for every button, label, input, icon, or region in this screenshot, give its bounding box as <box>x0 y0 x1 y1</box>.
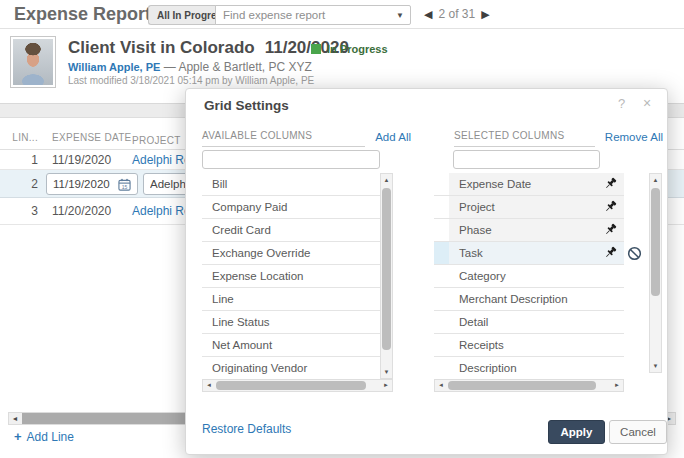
line-number: 3 <box>0 204 38 218</box>
no-drop-cursor-icon <box>627 246 642 265</box>
prev-record-icon[interactable]: ◀ <box>424 8 432 21</box>
selected-list-horizontal-scrollbar[interactable]: ◄ ► <box>434 379 624 392</box>
available-column-item[interactable]: Line <box>202 288 380 311</box>
scroll-up-icon[interactable]: ▲ <box>381 174 392 186</box>
drag-gutter <box>434 173 449 195</box>
avatar <box>10 36 56 88</box>
selected-column-item[interactable]: Detail <box>434 311 624 334</box>
find-expense-report-input[interactable] <box>215 5 411 25</box>
report-title-text: Client Visit in Colorado <box>68 38 255 57</box>
available-columns-header: AVAILABLE COLUMNS Add All <box>202 125 411 147</box>
scroll-left-icon[interactable]: ◄ <box>203 380 215 391</box>
selected-list-vertical-scrollbar[interactable]: ▲ ▼ <box>649 173 662 373</box>
available-column-item[interactable]: Bill <box>202 173 380 196</box>
add-line-button[interactable]: + Add Line <box>14 429 74 444</box>
selected-column-item[interactable]: Receipts <box>434 334 624 357</box>
pin-icon[interactable] <box>604 177 617 192</box>
selected-columns-header: SELECTED COLUMNS Remove All <box>454 125 663 147</box>
scroll-down-icon[interactable]: ▼ <box>650 360 661 372</box>
selected-column-item[interactable]: Phase <box>434 219 624 242</box>
selected-columns-label: SELECTED COLUMNS <box>454 130 595 147</box>
available-column-item[interactable]: Expense Location <box>202 265 380 288</box>
status-badge: In Progress <box>311 43 388 55</box>
svg-text:15: 15 <box>122 184 128 190</box>
selected-column-label: Description <box>459 362 517 374</box>
selected-column-item[interactable]: Description <box>434 357 624 379</box>
close-icon[interactable]: × <box>643 95 651 111</box>
available-column-item[interactable]: Net Amount <box>202 334 380 357</box>
selected-column-item[interactable]: Expense Date <box>434 173 624 196</box>
apply-button[interactable]: Apply <box>548 420 605 444</box>
selected-column-item-dragging[interactable]: Task <box>434 242 624 265</box>
dialog-title: Grid Settings <box>204 98 289 113</box>
available-column-item[interactable]: Originating Vendor <box>202 357 380 379</box>
line-number: 2 <box>0 177 38 191</box>
expense-date-cell: 11/20/2020 <box>52 204 111 218</box>
report-title: Client Visit in Colorado11/20/2020 <box>68 38 349 58</box>
scrollbar-thumb[interactable] <box>448 381 596 390</box>
grid-settings-dialog: Grid Settings ? × AVAILABLE COLUMNS Add … <box>185 88 668 455</box>
selected-column-label: Merchant Description <box>459 293 568 305</box>
drag-gutter <box>434 242 449 264</box>
company-name: Apple & Bartlett, PC XYZ <box>178 60 311 74</box>
drag-gutter <box>434 219 449 241</box>
scroll-down-icon[interactable]: ▼ <box>381 366 392 378</box>
column-header-line[interactable]: LIN... <box>0 132 38 143</box>
pin-icon[interactable] <box>604 200 617 215</box>
available-list-horizontal-scrollbar[interactable]: ◄ ► <box>202 379 393 392</box>
scrollbar-thumb[interactable] <box>651 188 660 296</box>
available-columns-list: Bill Company Paid Credit Card Exchange O… <box>202 173 380 379</box>
find-expense-report-wrap: ▼ <box>215 5 411 25</box>
avatar-photo <box>13 39 53 85</box>
available-column-item[interactable]: Exchange Override <box>202 242 380 265</box>
drag-gutter <box>434 288 449 310</box>
owner-link[interactable]: William Apple, PE <box>68 61 160 73</box>
chevron-down-icon[interactable]: ▼ <box>396 11 404 20</box>
selected-column-item[interactable]: Merchant Description <box>434 288 624 311</box>
available-columns-search-input[interactable] <box>202 150 380 169</box>
scroll-up-icon[interactable]: ▲ <box>650 174 661 186</box>
pin-icon[interactable] <box>604 246 617 261</box>
selected-column-label: Project <box>459 201 495 213</box>
selected-column-item[interactable]: Project <box>434 196 624 219</box>
selected-column-label: Task <box>459 247 483 259</box>
selected-column-label: Category <box>459 270 506 282</box>
available-column-item[interactable]: Line Status <box>202 311 380 334</box>
restore-defaults-link[interactable]: Restore Defaults <box>202 422 291 436</box>
pager-text: 2 of 31 <box>438 7 475 21</box>
selected-column-label: Expense Date <box>459 178 531 190</box>
selected-column-label: Phase <box>459 224 492 236</box>
drag-gutter <box>434 196 449 218</box>
scroll-left-icon[interactable]: ◄ <box>435 380 447 391</box>
available-column-item[interactable]: Credit Card <box>202 219 380 242</box>
plus-icon: + <box>14 429 22 444</box>
scrollbar-thumb[interactable] <box>382 188 391 350</box>
drag-gutter <box>434 265 449 287</box>
help-icon[interactable]: ? <box>618 96 625 111</box>
drag-gutter <box>434 311 449 333</box>
selected-columns-search-input[interactable] <box>453 150 600 169</box>
next-record-icon[interactable]: ▶ <box>481 8 489 21</box>
scrollbar-thumb[interactable] <box>216 381 366 390</box>
cancel-button[interactable]: Cancel <box>609 420 667 444</box>
available-list-vertical-scrollbar[interactable]: ▲ ▼ <box>380 173 393 379</box>
column-header-project[interactable]: PROJECT <box>132 135 181 146</box>
owner-line: William Apple, PE — Apple & Bartlett, PC… <box>68 60 312 74</box>
selected-column-label: Receipts <box>459 339 504 351</box>
calendar-icon[interactable]: 15 <box>118 178 131 194</box>
scroll-right-icon[interactable]: ► <box>611 380 623 391</box>
owner-separator: — <box>164 60 176 74</box>
page-title: Expense Report <box>14 4 151 25</box>
pin-icon[interactable] <box>604 223 617 238</box>
add-all-link[interactable]: Add All <box>375 131 411 147</box>
remove-all-link[interactable]: Remove All <box>605 131 663 147</box>
drag-gutter <box>434 334 449 356</box>
status-square-icon <box>311 44 321 54</box>
selected-column-item[interactable]: Category <box>434 265 624 288</box>
scroll-left-icon[interactable]: ◄ <box>9 413 21 424</box>
available-columns-label: AVAILABLE COLUMNS <box>202 130 365 147</box>
top-bar: Expense Report All In Progress ▼ ▼ ◀ 2 o… <box>0 0 684 29</box>
available-column-item[interactable]: Company Paid <box>202 196 380 219</box>
column-header-expense-date[interactable]: EXPENSE DATE <box>52 132 132 143</box>
scroll-right-icon[interactable]: ► <box>380 380 392 391</box>
